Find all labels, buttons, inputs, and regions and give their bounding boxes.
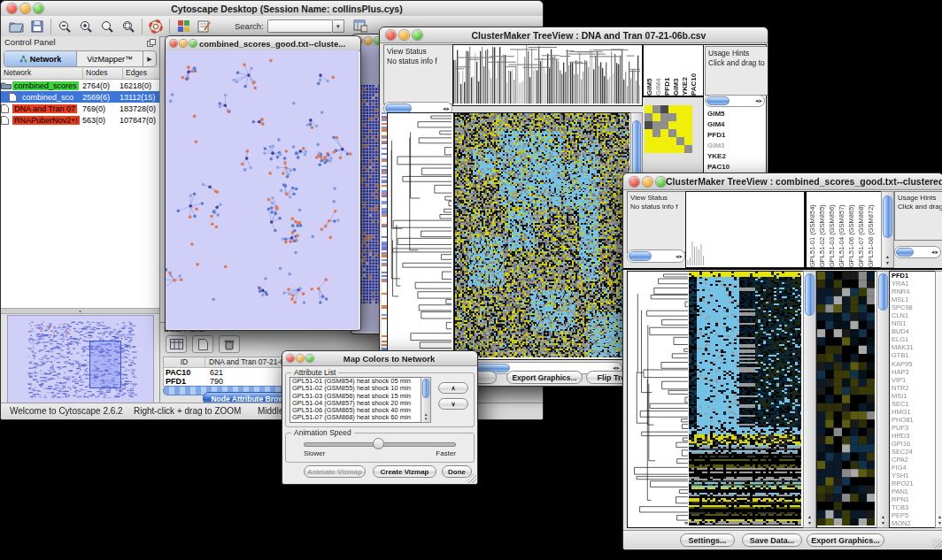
create-attribute-button[interactable] [192, 335, 213, 353]
matrix-cell[interactable] [676, 129, 684, 137]
matrix-cell[interactable] [652, 129, 660, 137]
tv1-similarity-matrix[interactable] [645, 105, 692, 153]
matrix-cell[interactable] [652, 121, 660, 129]
tv1-column-label[interactable]: PFD1 [663, 48, 672, 96]
tv2-heatmap-vscrollbar[interactable]: ▴▾ [803, 271, 816, 528]
tv2-column-dendrogram-pane[interactable] [685, 191, 805, 268]
tv1-row-dendrogram-pane[interactable] [387, 112, 454, 360]
gene-label[interactable]: MON2 [892, 519, 937, 527]
attribute-list-item[interactable]: GPL51-03 (GSM856) heat shock 15 min [290, 393, 430, 400]
close-button[interactable] [629, 177, 639, 187]
delete-attribute-button[interactable] [219, 335, 240, 353]
float-panel-icon[interactable] [147, 39, 156, 47]
minimize-button[interactable] [643, 177, 652, 187]
gene-label[interactable]: PAN1 [892, 487, 937, 495]
attribute-list-item[interactable]: GPL51-04 (GSM857) heat shock 20 min [290, 400, 430, 407]
matrix-cell[interactable] [645, 113, 652, 121]
tv1-row-label[interactable]: YKE2 [707, 151, 730, 162]
tv2-column-label[interactable]: GPL51-07 (GSM868) [857, 195, 867, 267]
network-list-row[interactable]: combined_sco 2569(6) 13112(15) [1, 91, 159, 103]
tv2-column-label[interactable]: GPL51-04 (GSM857) [838, 195, 847, 267]
tv2-status-hscrollbar[interactable]: ◂▸ [627, 249, 685, 263]
tv1-column-dendrogram-pane[interactable] [452, 44, 643, 106]
attribute-list[interactable]: GPL51-01 (GSM854) heat shock 05 minGPL51… [290, 377, 431, 423]
gene-label[interactable]: SEC1 [892, 400, 937, 408]
resize-grip[interactable] [467, 473, 476, 483]
tv2-column-label[interactable]: GPL51-02 (GSM855) [818, 195, 828, 267]
attribute-list-item[interactable]: GPL51-06 (GSM865) heat shock 40 min [290, 407, 430, 414]
overview-viewport-rect[interactable] [89, 341, 121, 388]
gene-label[interactable]: HMG1 [892, 408, 937, 416]
matrix-cell[interactable] [660, 129, 668, 137]
attribute-list-scrollbar[interactable]: ▴▾ [421, 377, 431, 423]
zoom-button[interactable] [413, 30, 422, 40]
attribute-browser-toggle-button[interactable] [350, 18, 371, 35]
minimize-button[interactable] [180, 40, 187, 47]
attribute-list-item[interactable]: GPL51-07 (GSM868) heat shock 60 min [290, 414, 430, 421]
gene-label[interactable]: RPN1 [892, 495, 937, 503]
column-header-network[interactable]: Network [1, 68, 83, 79]
gene-label[interactable]: CLN1 [892, 311, 937, 319]
gene-label[interactable]: MSI1 [892, 392, 937, 400]
network-window-titlebar[interactable]: combined_scores_good.txt--cluste... [166, 36, 360, 51]
main-titlebar[interactable]: Cytoscape Desktop (Session Name: collins… [1, 1, 543, 17]
matrix-cell[interactable] [652, 145, 660, 153]
zoom-out-button[interactable] [54, 18, 75, 35]
tv1-column-label[interactable]: YKE2 [681, 48, 690, 96]
matrix-cell[interactable] [684, 137, 692, 145]
dialog-action-button[interactable]: Create Vizmap [373, 465, 436, 478]
help-button[interactable] [145, 18, 166, 35]
gene-label[interactable]: PFD1 [892, 272, 937, 280]
gene-label[interactable]: HRD3 [892, 432, 937, 440]
close-button[interactable] [170, 40, 177, 47]
tv2-heatmap-pane[interactable] [689, 271, 804, 528]
zoom-button[interactable] [34, 4, 43, 13]
gene-label[interactable]: CPA2 [892, 456, 937, 464]
gene-label[interactable]: VIP1 [892, 376, 937, 384]
gene-label[interactable]: YSH1 [892, 472, 937, 479]
gene-label[interactable]: PHO81 [892, 416, 937, 424]
zoom-selected-button[interactable] [118, 18, 139, 35]
tv1-row-label[interactable]: GIM4 [707, 119, 730, 130]
matrix-cell[interactable] [645, 121, 652, 129]
tv2-action-button[interactable]: Export Graphics... [807, 533, 884, 547]
matrix-cell[interactable] [676, 105, 684, 113]
tv1-action-button[interactable]: Export Graphics... [506, 371, 583, 384]
tv1-row-label[interactable]: PFD1 [707, 130, 730, 141]
scroll-left-icon[interactable]: ◂ [443, 105, 446, 112]
tv2-outer-vscrollbar[interactable]: ▴▾ [935, 271, 942, 528]
search-input[interactable] [267, 19, 333, 33]
gene-label[interactable]: HAP3 [892, 368, 937, 376]
treeview2-titlebar[interactable]: ClusterMaker TreeView : combined_scores_… [623, 173, 942, 190]
tv2-column-label[interactable]: GPL51-03 (GSM856) [828, 195, 838, 267]
gene-label[interactable]: ELG1 [892, 335, 937, 343]
attribute-list-item[interactable]: GPL51-01 (GSM854) heat shock 05 min [290, 378, 430, 385]
matrix-cell[interactable] [684, 145, 692, 153]
gene-label[interactable]: KAP95 [892, 360, 937, 368]
tab-vizmapper[interactable]: VizMapper™ [77, 51, 143, 66]
search-dropdown-button[interactable]: ▾ [333, 19, 344, 33]
matrix-cell[interactable] [668, 121, 676, 129]
attribute-list-item[interactable]: GPL51-02 (GSM855) heat shock 10 min [290, 385, 430, 392]
matrix-cell[interactable] [684, 129, 692, 137]
select-attributes-button[interactable] [166, 335, 187, 353]
tv1-row-label[interactable]: GIM5 [707, 109, 730, 119]
matrix-cell[interactable] [668, 113, 676, 121]
matrix-cell[interactable] [652, 137, 660, 145]
gene-label[interactable]: MSL1 [892, 295, 937, 303]
close-button[interactable] [287, 355, 294, 362]
resize-grip[interactable] [932, 539, 942, 548]
matrix-cell[interactable] [676, 113, 684, 121]
tv1-column-label[interactable]: GIM4 [654, 48, 663, 96]
network-overview-thumbnail[interactable] [7, 315, 154, 403]
zoom-fit-button[interactable] [97, 18, 118, 35]
zoom-button[interactable] [656, 177, 666, 187]
matrix-cell[interactable] [676, 137, 684, 145]
matrix-cell[interactable] [668, 129, 676, 137]
matrix-cell[interactable] [676, 121, 684, 129]
tv1-column-label[interactable]: GIM5 [645, 48, 654, 96]
tv1-column-label[interactable]: PAC10 [690, 48, 699, 96]
tab-network[interactable]: Network [4, 51, 77, 66]
id-column-header[interactable]: ID [164, 357, 205, 367]
tv1-column-label[interactable]: GIM3 [672, 48, 681, 96]
